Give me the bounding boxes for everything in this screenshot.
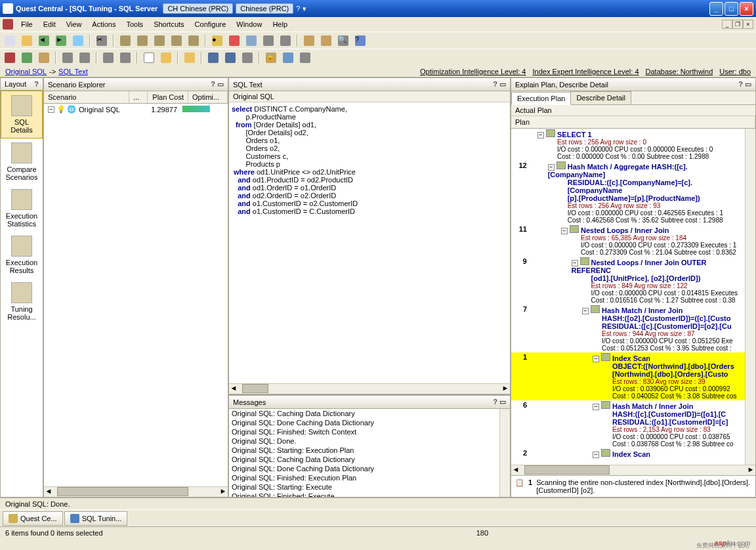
tb-grid1-icon[interactable]: [302, 33, 316, 48]
tb2-lock-icon[interactable]: 🔒: [264, 51, 278, 65]
bc-opt-level[interactable]: Optimization Intelligence Level: 4: [420, 68, 526, 75]
sidebar-item-sql-details[interactable]: SQL Details: [1, 91, 43, 138]
list-item[interactable]: Original SQL: Done Caching Data Dictiona…: [229, 464, 499, 473]
list-item[interactable]: Original SQL: Done Caching Data Dictiona…: [229, 418, 499, 427]
plan-menu-icon[interactable]: ▭: [745, 80, 751, 88]
list-item[interactable]: Original SQL: Caching Data Dictionary: [229, 409, 499, 418]
list-item[interactable]: Original SQL: Finished: Switch Context: [229, 427, 499, 436]
list-item[interactable]: Original SQL: Caching Data Dictionary: [229, 455, 499, 464]
tb2-opt-icon[interactable]: [298, 51, 312, 65]
mdi-close[interactable]: ×: [743, 20, 753, 29]
tb2-g[interactable]: [118, 51, 133, 65]
msg-menu-icon[interactable]: ▭: [499, 398, 506, 406]
menu-edit[interactable]: Edit: [38, 19, 61, 30]
breadcrumb-leaf[interactable]: SQL Text: [58, 68, 88, 75]
plan-col-hdr[interactable]: Plan: [511, 116, 755, 128]
tb2-folder[interactable]: [182, 51, 197, 65]
tb-db5-icon[interactable]: [186, 33, 201, 48]
tb-more2-icon[interactable]: [278, 33, 293, 48]
tb2-c[interactable]: [37, 51, 51, 65]
tb-forward-icon[interactable]: ►: [54, 33, 68, 48]
bc-db[interactable]: Database: Northwind: [646, 68, 713, 75]
tb-db1-icon[interactable]: [118, 33, 133, 48]
plan-hscroll[interactable]: ◄►: [511, 465, 755, 475]
tb2-e[interactable]: [77, 51, 92, 65]
tb-refresh-icon[interactable]: [71, 33, 85, 48]
plan-help-icon[interactable]: ?: [738, 80, 743, 88]
scenario-help-icon[interactable]: ?: [211, 80, 215, 88]
tab-describe-detail[interactable]: Describe Detail: [570, 91, 631, 104]
sidebar-item-exec-results[interactable]: Execution Results: [1, 232, 43, 278]
task-quest-central[interactable]: Quest Ce...: [3, 511, 63, 526]
tb2-save[interactable]: [206, 51, 220, 65]
plan-tree[interactable]: −SELECT 1Est rows : 256 Avg row size : 0…: [511, 129, 745, 465]
tb2-f[interactable]: [101, 51, 116, 65]
table-row[interactable]: − 💡 🌐 Original SQL 1.29877: [44, 104, 228, 115]
menu-shortcuts[interactable]: Shortcuts: [148, 19, 189, 30]
sql-menu-icon[interactable]: ▭: [499, 80, 506, 88]
tab-execution-plan[interactable]: Execution Plan: [511, 92, 571, 105]
tb2-print[interactable]: [240, 51, 255, 65]
menu-window[interactable]: Window: [231, 19, 267, 30]
tb2-new[interactable]: [142, 51, 156, 65]
lang-1[interactable]: CH Chinese (PRC): [163, 3, 233, 14]
sql-hscroll[interactable]: ◄►: [229, 383, 510, 394]
messages-vscroll[interactable]: [499, 409, 510, 497]
sidebar-item-tuning[interactable]: Tuning Resolu...: [1, 278, 43, 325]
list-item[interactable]: Original SQL: Starting: Execute: [229, 482, 499, 492]
sidebar-item-compare[interactable]: Compare Scenarios: [1, 138, 43, 185]
dropdown-icon[interactable]: ▾: [303, 5, 306, 13]
sidebar-item-exec-stats[interactable]: Execution Statistics: [1, 185, 43, 232]
tb-back-icon[interactable]: ◄: [37, 33, 51, 48]
messages-list[interactable]: Original SQL: Caching Data DictionaryOri…: [229, 409, 499, 497]
mdi-restore[interactable]: ❐: [732, 20, 743, 29]
mdi-minimize[interactable]: _: [722, 20, 732, 29]
collapse-icon[interactable]: −: [48, 106, 54, 113]
tb-stop-icon[interactable]: [227, 33, 242, 48]
tb-open-icon[interactable]: [20, 33, 34, 48]
menu-file[interactable]: File: [16, 19, 38, 30]
tb2-saveall[interactable]: [223, 51, 238, 65]
tb-find-icon[interactable]: 🔍: [336, 33, 350, 48]
breadcrumb-root[interactable]: Original SQL: [5, 68, 47, 75]
bc-idx-level[interactable]: Index Expert Intelligence Level: 4: [532, 68, 639, 75]
help-icon[interactable]: ?: [296, 5, 300, 12]
minimize-button[interactable]: _: [709, 2, 723, 16]
layout-help-icon[interactable]: ?: [34, 80, 39, 88]
tb2-open[interactable]: [159, 51, 173, 65]
tb-new-icon[interactable]: [3, 33, 17, 48]
menu-actions[interactable]: Actions: [87, 19, 121, 30]
list-item[interactable]: Original SQL: Finished: Execution Plan: [229, 473, 499, 482]
menu-configure[interactable]: Configure: [190, 19, 232, 30]
tb-db3-icon[interactable]: [152, 33, 167, 48]
list-item[interactable]: Original SQL: Starting: Execution Plan: [229, 446, 499, 455]
tb2-b[interactable]: [20, 51, 34, 65]
tb-run-icon[interactable]: ●: [210, 33, 224, 48]
tb-cut-icon[interactable]: ✂: [94, 33, 109, 48]
sql-help-icon[interactable]: ?: [493, 80, 497, 88]
menu-tools[interactable]: Tools: [121, 19, 148, 30]
tb-db2-icon[interactable]: [135, 33, 150, 48]
tb2-grid-icon[interactable]: [281, 51, 295, 65]
list-item[interactable]: Original SQL: Finished: Execute: [229, 492, 499, 497]
tb-plan-icon[interactable]: [244, 33, 259, 48]
tb-grid2-icon[interactable]: [319, 33, 333, 48]
scenario-menu-icon[interactable]: ▭: [217, 80, 224, 88]
tb2-d[interactable]: [60, 51, 75, 65]
tb2-a[interactable]: [3, 51, 17, 65]
close-button[interactable]: ×: [740, 2, 753, 16]
list-item[interactable]: Original SQL: Done.: [229, 436, 499, 446]
maximize-button[interactable]: □: [724, 2, 738, 16]
scenario-hscroll[interactable]: ◄►: [44, 486, 228, 497]
task-sql-tuning[interactable]: SQL Tunin...: [64, 511, 128, 526]
tb-help-icon[interactable]: ?: [353, 33, 368, 48]
tb-db4-icon[interactable]: [169, 33, 184, 48]
lang-2[interactable]: Chinese (PRC): [236, 3, 293, 14]
menu-view[interactable]: View: [61, 19, 87, 30]
tb-more1-icon[interactable]: [261, 33, 276, 48]
msg-help-icon[interactable]: ?: [493, 398, 497, 406]
menu-help[interactable]: Help: [267, 19, 293, 30]
bc-user[interactable]: User: dbo: [719, 68, 751, 75]
sql-editor[interactable]: select DISTINCT c.CompanyName, p.Product…: [229, 102, 510, 383]
plan-vscroll[interactable]: [745, 129, 755, 465]
